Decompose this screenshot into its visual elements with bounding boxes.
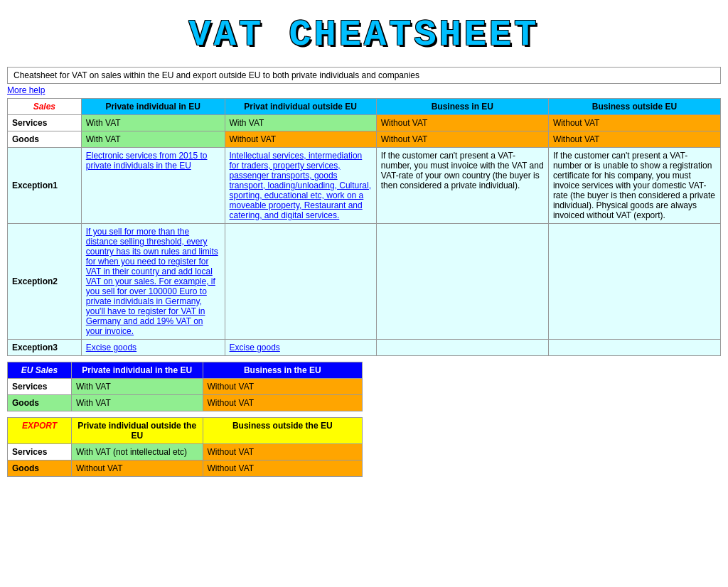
services-business-eu: Without VAT bbox=[376, 115, 548, 131]
exception3-row: Exception3 Excise goods Excise goods bbox=[8, 340, 721, 356]
services-row: Services With VAT With VAT Without VAT W… bbox=[8, 115, 721, 131]
exception2-label: Exception2 bbox=[8, 224, 82, 340]
exception3-private-eu-link[interactable]: Excise goods bbox=[86, 343, 136, 352]
exception3-private-outside: Excise goods bbox=[225, 340, 376, 356]
export-header-col1: EXPORT bbox=[8, 418, 72, 444]
export-header-col3: Business outside the EU bbox=[203, 418, 362, 444]
page-wrapper: VAT CHEATSHEET Cheatsheet for VAT on sal… bbox=[0, 0, 728, 484]
export-table: EXPORT Private individual outside the EU… bbox=[7, 417, 363, 477]
exception1-business-outside: If the customer can't present a VAT-numb… bbox=[548, 148, 720, 224]
header-business-outside: Business outside EU bbox=[548, 99, 720, 115]
title-area: VAT CHEATSHEET bbox=[7, 7, 721, 67]
eu-goods-col3: Without VAT bbox=[203, 395, 362, 411]
exception3-label: Exception3 bbox=[8, 340, 82, 356]
header-private-eu: Private individual in EU bbox=[81, 99, 225, 115]
services-private-eu: With VAT bbox=[81, 115, 225, 131]
more-help-link[interactable]: More help bbox=[7, 85, 721, 95]
exception1-label: Exception1 bbox=[8, 148, 82, 224]
export-services-col3: Without VAT bbox=[203, 444, 362, 461]
export-goods-row: Goods Without VAT Without VAT bbox=[8, 461, 363, 477]
eu-header-col1: EU Sales bbox=[8, 362, 72, 379]
exception2-private-eu: If you sell for more than the distance s… bbox=[81, 224, 225, 340]
export-goods-col2: Without VAT bbox=[71, 461, 203, 477]
exception2-private-outside bbox=[225, 224, 376, 340]
exception2-business-eu bbox=[376, 224, 548, 340]
goods-business-eu: Without VAT bbox=[376, 131, 548, 148]
eu-goods-row: Goods With VAT Without VAT bbox=[8, 395, 363, 411]
exception3-private-eu: Excise goods bbox=[81, 340, 225, 356]
exception2-private-eu-link[interactable]: If you sell for more than the distance s… bbox=[86, 227, 218, 336]
services-business-outside: Without VAT bbox=[548, 115, 720, 131]
goods-business-outside: Without VAT bbox=[548, 131, 720, 148]
exception3-business-eu bbox=[376, 340, 548, 356]
services-label: Services bbox=[8, 115, 82, 131]
exception1-business-eu: If the customer can't present a VAT-numb… bbox=[376, 148, 548, 224]
exception2-business-outside bbox=[548, 224, 720, 340]
exception2-row: Exception2 If you sell for more than the… bbox=[8, 224, 721, 340]
main-table-header: Sales Private individual in EU Privat in… bbox=[8, 99, 721, 115]
export-services-col2: With VAT (not intellectual etc) bbox=[71, 444, 203, 461]
header-business-eu: Business in EU bbox=[376, 99, 548, 115]
export-services-label: Services bbox=[8, 444, 72, 461]
eu-services-label: Services bbox=[8, 379, 72, 395]
export-header-col2: Private individual outside the EU bbox=[71, 418, 203, 444]
export-goods-label: Goods bbox=[8, 461, 72, 477]
eu-sales-header: EU Sales Private individual in the EU Bu… bbox=[8, 362, 363, 379]
services-private-outside: With VAT bbox=[225, 115, 376, 131]
exception3-business-outside bbox=[548, 340, 720, 356]
exception1-private-eu-link[interactable]: Electronic services from 2015 to private… bbox=[86, 151, 208, 171]
exception3-private-outside-link[interactable]: Excise goods bbox=[230, 343, 280, 352]
goods-row: Goods With VAT Without VAT Without VAT W… bbox=[8, 131, 721, 148]
export-services-row: Services With VAT (not intellectual etc)… bbox=[8, 444, 363, 461]
goods-label: Goods bbox=[8, 131, 82, 148]
eu-header-col2: Private individual in the EU bbox=[71, 362, 203, 379]
header-private-outside: Privat individual outside EU bbox=[225, 99, 376, 115]
eu-services-col2: With VAT bbox=[71, 379, 203, 395]
eu-goods-col2: With VAT bbox=[71, 395, 203, 411]
exception1-private-outside-link[interactable]: Intellectual services, intermediation fo… bbox=[230, 151, 371, 220]
exception1-private-eu: Electronic services from 2015 to private… bbox=[81, 148, 225, 224]
export-header: EXPORT Private individual outside the EU… bbox=[8, 418, 363, 444]
eu-services-row: Services With VAT Without VAT bbox=[8, 379, 363, 395]
eu-header-col3: Business in the EU bbox=[203, 362, 362, 379]
eu-sales-table: EU Sales Private individual in the EU Bu… bbox=[7, 362, 363, 411]
eu-goods-label: Goods bbox=[8, 395, 72, 411]
main-table: Sales Private individual in EU Privat in… bbox=[7, 98, 721, 356]
exception1-row: Exception1 Electronic services from 2015… bbox=[8, 148, 721, 224]
header-sales: Sales bbox=[8, 99, 82, 115]
goods-private-outside: Without VAT bbox=[225, 131, 376, 148]
export-goods-col3: Without VAT bbox=[203, 461, 362, 477]
exception1-private-outside: Intellectual services, intermediation fo… bbox=[225, 148, 376, 224]
subtitle-text: Cheatsheet for VAT on sales within the E… bbox=[14, 70, 419, 80]
goods-private-eu: With VAT bbox=[81, 131, 225, 148]
subtitle-bar: Cheatsheet for VAT on sales within the E… bbox=[7, 67, 721, 84]
eu-services-col3: Without VAT bbox=[203, 379, 362, 395]
main-title: VAT CHEATSHEET bbox=[7, 14, 721, 56]
